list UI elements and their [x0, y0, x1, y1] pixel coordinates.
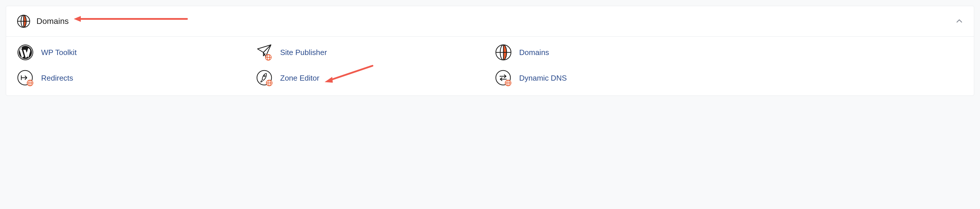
feature-dynamic-dns[interactable]: Dynamic DNS	[495, 69, 724, 87]
feature-label: Domains	[519, 48, 549, 57]
feature-label: Zone Editor	[280, 74, 320, 83]
rocket-globe-icon	[256, 69, 273, 87]
feature-label: Redirects	[41, 74, 73, 83]
feature-label: Dynamic DNS	[519, 74, 567, 83]
exchange-globe-icon	[495, 69, 512, 87]
globe-icon	[495, 44, 512, 61]
feature-domains[interactable]: Domains	[495, 44, 724, 61]
feature-label: Site Publisher	[280, 48, 327, 57]
annotation-arrow-zone-editor	[323, 63, 375, 87]
chevron-up-icon[interactable]	[955, 17, 963, 25]
svg-point-24	[264, 75, 265, 77]
svg-marker-7	[74, 16, 81, 22]
globe-icon	[17, 14, 30, 28]
feature-zone-editor[interactable]: Zone Editor	[256, 69, 485, 87]
wordpress-icon	[17, 44, 34, 61]
feature-wp-toolkit[interactable]: WP Toolkit	[17, 44, 247, 61]
svg-line-28	[329, 66, 372, 80]
empty-cell	[734, 69, 964, 87]
annotation-arrow-header	[73, 13, 190, 25]
feature-site-publisher[interactable]: Site Publisher	[256, 44, 485, 61]
panel-body: WP Toolkit Site Publisher	[6, 37, 974, 95]
domains-panel: Domains WP Toolkit	[6, 6, 974, 96]
feature-redirects[interactable]: Redirects	[17, 69, 247, 87]
svg-marker-29	[325, 77, 333, 83]
feature-label: WP Toolkit	[41, 48, 77, 57]
empty-cell	[734, 44, 964, 61]
redirect-globe-icon	[17, 69, 34, 87]
paper-plane-globe-icon	[256, 44, 273, 61]
panel-header[interactable]: Domains	[6, 6, 974, 37]
panel-title: Domains	[37, 17, 68, 26]
